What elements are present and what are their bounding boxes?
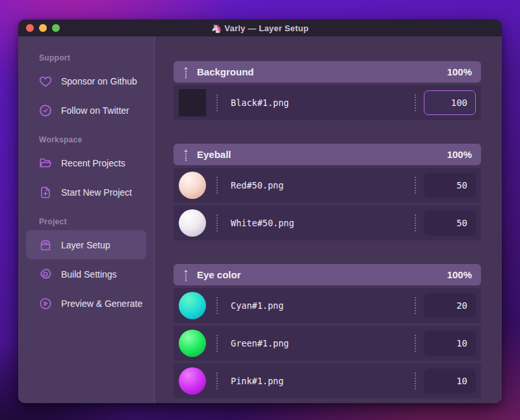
sidebar-item-start-new-project[interactable]: Start New Project [26,177,146,207]
sidebar-item-label: Build Settings [61,269,117,280]
divider-dots [415,94,416,111]
layer-thumbnail [179,209,206,237]
sidebar-item-recent-projects[interactable]: Recent Projects [26,148,146,177]
drag-handle-icon[interactable] [181,148,190,161]
layer-group-eyeball: Eyeball 100% Red#50.png White#50.png [174,144,481,241]
divider-dots [216,177,218,194]
sidebar-item-preview-generate[interactable]: Preview & Generate [26,289,146,318]
gear-icon [38,267,53,282]
play-circle-icon [38,296,53,311]
heart-icon [38,74,53,88]
sidebar-item-label: Sponsor on Github [61,76,137,86]
layer-file-name: Black#1.png [231,98,289,108]
app-window: 🦄 Varly — Layer Setup Support Sponsor on… [18,20,502,403]
divider-dots [415,215,416,231]
divider-dots [216,335,218,352]
sidebar-item-build-settings[interactable]: Build Settings [26,259,146,289]
layer-weight-input[interactable] [424,331,476,356]
badge-check-icon [38,103,53,118]
layer-weight-input[interactable] [424,369,476,393]
drag-handle-icon[interactable] [181,269,190,282]
document-plus-icon [38,185,53,200]
layer-file-name: Pink#1.png [231,376,283,386]
sidebar-item-label: Layer Setup [61,240,110,250]
folder-open-icon [38,156,53,170]
divider-dots [415,177,416,194]
layer-row: Pink#1.png [174,363,481,399]
layer-file-name: Red#50.png [231,180,283,190]
divider-dots [216,297,218,314]
divider-dots [415,297,416,314]
layer-row: Black#1.png [174,85,481,120]
group-title: Eye color [197,269,241,280]
section-label-project: Project [39,217,146,230]
section-label-support: Support [39,53,146,66]
layer-thumbnail [179,172,206,199]
layer-group-eye-color: Eye color 100% Cyan#1.png Green#1.png [174,264,481,399]
group-weight: 100% [447,269,472,280]
layer-row: Green#1.png [174,326,481,361]
divider-dots [415,335,416,352]
sidebar: Support Sponsor on Github Follow on Twit… [18,36,155,403]
layer-group-background: Background 100% Black#1.png [174,61,481,120]
section-label-workspace: Workspace [39,135,146,148]
group-header[interactable]: Eyeball 100% [174,144,481,165]
layer-file-name: Green#1.png [231,338,289,348]
layer-thumbnail [179,292,206,319]
divider-dots [415,373,416,389]
sidebar-item-label: Start New Project [61,187,132,198]
window-title: 🦄 Varly — Layer Setup [18,23,502,33]
group-weight: 100% [447,149,472,160]
sidebar-item-follow-on-twitter[interactable]: Follow on Twitter [26,96,146,125]
layer-weight-input[interactable] [424,211,476,235]
layer-file-name: Cyan#1.png [231,300,283,311]
layer-row: Cyan#1.png [174,288,481,323]
layer-weight-input[interactable] [424,173,476,198]
layer-row: Red#50.png [174,168,481,203]
group-title: Eyeball [197,149,231,160]
sidebar-item-label: Preview & Generate [61,298,142,309]
app-icon: 🦄 [211,23,222,33]
layer-weight-input[interactable] [424,90,476,115]
drag-handle-icon[interactable] [181,66,190,79]
divider-dots [216,94,218,111]
title-bar: 🦄 Varly — Layer Setup [18,20,502,36]
layer-thumbnail [179,367,206,395]
sidebar-item-label: Follow on Twitter [61,105,129,116]
group-weight: 100% [447,66,472,77]
divider-dots [216,215,218,231]
layer-thumbnail [179,330,206,357]
layer-row: White#50.png [174,205,481,241]
layer-file-name: White#50.png [231,218,294,228]
divider-dots [216,373,218,389]
layer-weight-input[interactable] [424,293,476,318]
layer-thumbnail [179,89,206,116]
sidebar-item-sponsor-on-github[interactable]: Sponsor on Github [26,66,146,96]
archive-box-icon [38,238,53,252]
group-header[interactable]: Eye color 100% [174,264,481,285]
sidebar-item-label: Recent Projects [61,158,125,168]
group-header[interactable]: Background 100% [174,61,481,83]
sidebar-item-layer-setup[interactable]: Layer Setup [26,230,146,259]
layer-setup-panel: Background 100% Black#1.png [155,36,502,403]
group-title: Background [197,66,254,77]
